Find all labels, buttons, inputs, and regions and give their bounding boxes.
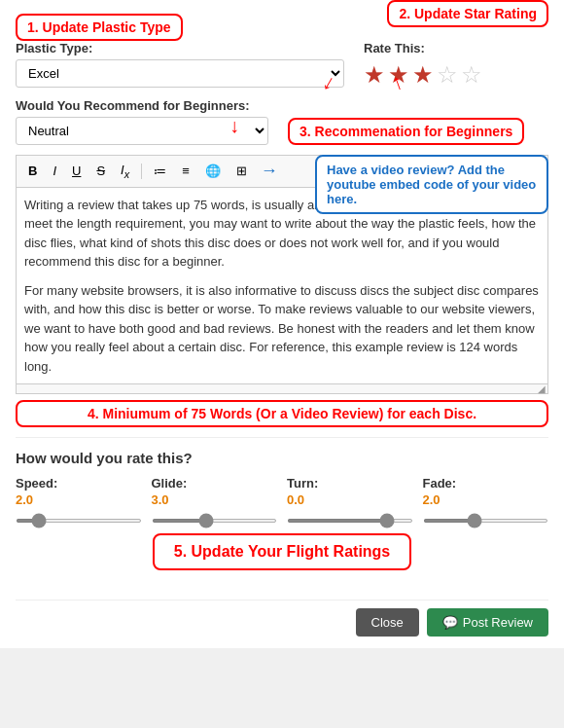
glide-value: 3.0 [152,492,278,507]
star-5[interactable]: ☆ [461,61,482,89]
fade-slider[interactable] [423,519,549,523]
bottom-row: Close 💬 Post Review [16,600,548,637]
video-hint-callout: Have a video review? Add the youtube emb… [315,155,548,214]
callout-1: 1. Update Plastic Type [16,14,183,41]
callout-3: 3. Recommenation for Beginners [288,118,524,145]
post-review-label: Post Review [463,615,533,630]
speed-slider-col: Speed: 2.0 [16,476,142,526]
sliders-row: Speed: 2.0 Glide: 3.0 Turn: 0.0 Fade: 2.… [16,476,548,526]
star-1[interactable]: ★ [364,61,385,89]
glide-slider-col: Glide: 3.0 [152,476,278,526]
post-icon: 💬 [442,615,458,630]
turn-slider[interactable] [287,519,413,523]
glide-label: Glide: [152,476,278,491]
ordered-list-button[interactable]: ≔ [148,161,172,181]
close-button[interactable]: Close [356,608,419,637]
table-button[interactable]: ⊞ [230,161,253,181]
speed-slider[interactable] [16,519,142,523]
fade-value: 2.0 [423,492,549,507]
editor-toolbar: B I U S Ix ≔ ≡ 🌐 ⊞ → Have a video review… [16,155,548,187]
fade-slider-col: Fade: 2.0 [423,476,549,526]
plastic-type-label: Plastic Type: [16,41,344,55]
flight-ratings-section: How would you rate this? Speed: 2.0 Glid… [16,437,548,586]
editor-area[interactable]: Writing a review that takes up 75 words,… [16,187,548,385]
glide-slider[interactable] [152,519,278,523]
turn-slider-col: Turn: 0.0 [287,476,413,526]
turn-value: 0.0 [287,492,413,507]
callout-5: 5. Update Your Flight Ratings [153,533,412,570]
rate-this-label: Rate This: [364,41,548,55]
globe-button[interactable]: 🌐 [199,161,227,181]
turn-label: Turn: [287,476,413,491]
italic-button[interactable]: I [47,161,62,181]
speed-value: 2.0 [16,492,142,507]
callout-4: 4. Miniumum of 75 Words (Or a Video Revi… [16,400,548,427]
bold-button[interactable]: B [22,161,43,181]
toolbar-area: B I U S Ix ≔ ≡ 🌐 ⊞ → Have a video review… [16,155,548,394]
callout-2: 2. Update Star Rating [387,0,548,27]
editor-paragraph-2: For many website browsers, it is also in… [24,281,540,377]
recommend-wrapper: Would You Recommend for Beginners: Yes N… [16,98,548,145]
toolbar-divider-1 [141,164,142,179]
star-3[interactable]: ★ [412,61,434,89]
strikethrough-button[interactable]: S [90,161,111,181]
plastic-type-select[interactable]: Excel Champion Star DX Pro GStar [16,59,344,88]
top-section: 1. Update Plastic Type Plastic Type: Exc… [16,41,548,89]
main-container: Add Your Review 1. Update Plastic Type P… [0,0,564,648]
flight-ratings-title: How would you rate this? [16,450,548,466]
recommend-label: Would You Recommend for Beginners: [16,98,548,113]
callout-4-wrapper: 4. Miniumum of 75 Words (Or a Video Revi… [16,400,548,427]
clear-format-button[interactable]: Ix [115,160,135,183]
star-4[interactable]: ☆ [437,61,458,89]
resize-handle[interactable]: ◢ [16,384,548,394]
post-review-button[interactable]: 💬 Post Review [427,608,548,637]
callout-5-wrapper: 5. Update Your Flight Ratings [16,533,548,570]
unordered-list-button[interactable]: ≡ [176,161,195,181]
speed-label: Speed: [16,476,142,491]
underline-button[interactable]: U [66,161,87,181]
fade-label: Fade: [423,476,549,491]
